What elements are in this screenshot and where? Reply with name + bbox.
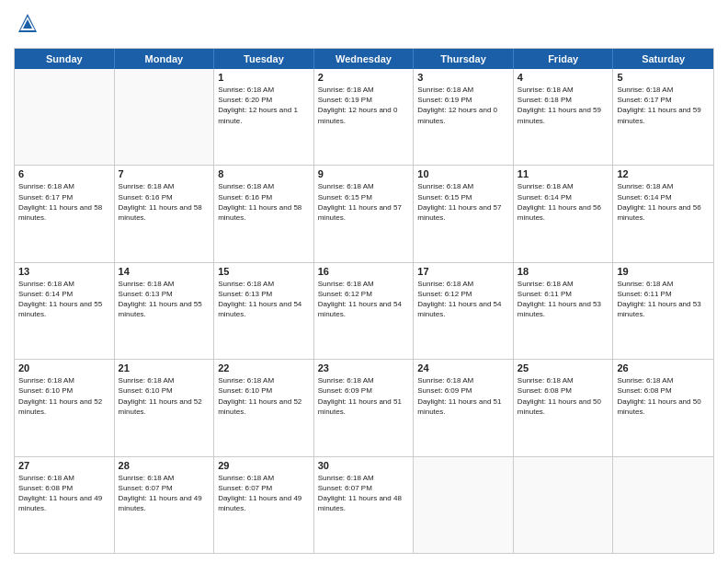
day-info: Sunrise: 6:18 AMSunset: 6:17 PMDaylight:… <box>617 85 710 126</box>
day-cell-10: 10Sunrise: 6:18 AMSunset: 6:15 PMDayligh… <box>414 166 514 261</box>
empty-cell <box>15 69 115 165</box>
day-info: Sunrise: 6:18 AMSunset: 6:16 PMDaylight:… <box>119 181 210 223</box>
day-number: 3 <box>417 72 509 83</box>
day-number: 9 <box>318 168 410 179</box>
day-cell-27: 27Sunrise: 6:18 AMSunset: 6:08 PMDayligh… <box>15 457 115 553</box>
day-cell-28: 28Sunrise: 6:18 AMSunset: 6:07 PMDayligh… <box>115 457 215 553</box>
calendar-row-4: 27Sunrise: 6:18 AMSunset: 6:08 PMDayligh… <box>15 456 713 553</box>
day-cell-12: 12Sunrise: 6:18 AMSunset: 6:14 PMDayligh… <box>613 166 713 261</box>
day-info: Sunrise: 6:18 AMSunset: 6:08 PMDaylight:… <box>518 375 609 417</box>
day-cell-23: 23Sunrise: 6:18 AMSunset: 6:09 PMDayligh… <box>314 360 415 455</box>
day-cell-8: 8Sunrise: 6:18 AMSunset: 6:16 PMDaylight… <box>214 166 314 261</box>
page-header <box>14 9 714 40</box>
day-of-week-saturday: Saturday <box>613 49 713 69</box>
day-of-week-monday: Monday <box>115 49 215 69</box>
day-of-week-wednesday: Wednesday <box>314 49 415 69</box>
day-number: 12 <box>617 168 710 179</box>
day-info: Sunrise: 6:18 AMSunset: 6:09 PMDaylight:… <box>318 375 410 417</box>
day-cell-30: 30Sunrise: 6:18 AMSunset: 6:07 PMDayligh… <box>314 457 415 553</box>
day-number: 14 <box>119 266 210 277</box>
day-info: Sunrise: 6:18 AMSunset: 6:07 PMDaylight:… <box>218 473 310 514</box>
day-number: 23 <box>318 362 410 373</box>
logo-icon <box>14 9 41 37</box>
day-cell-20: 20Sunrise: 6:18 AMSunset: 6:10 PMDayligh… <box>15 360 115 455</box>
day-cell-11: 11Sunrise: 6:18 AMSunset: 6:14 PMDayligh… <box>514 166 614 261</box>
day-info: Sunrise: 6:18 AMSunset: 6:13 PMDaylight:… <box>218 279 310 320</box>
empty-cell <box>613 457 713 553</box>
calendar-row-3: 20Sunrise: 6:18 AMSunset: 6:10 PMDayligh… <box>15 359 713 455</box>
day-cell-7: 7Sunrise: 6:18 AMSunset: 6:16 PMDaylight… <box>115 166 215 261</box>
day-of-week-friday: Friday <box>514 49 614 69</box>
day-info: Sunrise: 6:18 AMSunset: 6:11 PMDaylight:… <box>617 279 710 320</box>
day-info: Sunrise: 6:18 AMSunset: 6:07 PMDaylight:… <box>119 473 210 514</box>
day-cell-9: 9Sunrise: 6:18 AMSunset: 6:15 PMDaylight… <box>314 166 415 261</box>
day-number: 29 <box>218 460 310 471</box>
day-number: 17 <box>417 266 509 277</box>
day-number: 21 <box>119 362 210 373</box>
day-of-week-sunday: Sunday <box>15 49 115 69</box>
day-number: 27 <box>18 460 110 471</box>
day-cell-17: 17Sunrise: 6:18 AMSunset: 6:12 PMDayligh… <box>414 263 514 359</box>
day-number: 5 <box>617 72 710 83</box>
day-info: Sunrise: 6:18 AMSunset: 6:16 PMDaylight:… <box>218 181 310 223</box>
day-cell-1: 1Sunrise: 6:18 AMSunset: 6:20 PMDaylight… <box>214 69 314 165</box>
day-cell-3: 3Sunrise: 6:18 AMSunset: 6:19 PMDaylight… <box>414 69 514 165</box>
day-number: 19 <box>617 266 710 277</box>
day-cell-29: 29Sunrise: 6:18 AMSunset: 6:07 PMDayligh… <box>214 457 314 553</box>
day-of-week-thursday: Thursday <box>414 49 514 69</box>
day-info: Sunrise: 6:18 AMSunset: 6:17 PMDaylight:… <box>18 181 110 223</box>
day-info: Sunrise: 6:18 AMSunset: 6:18 PMDaylight:… <box>518 85 609 126</box>
day-info: Sunrise: 6:18 AMSunset: 6:14 PMDaylight:… <box>18 279 110 320</box>
day-info: Sunrise: 6:18 AMSunset: 6:12 PMDaylight:… <box>417 279 509 320</box>
logo <box>14 9 45 40</box>
day-number: 4 <box>518 72 609 83</box>
day-info: Sunrise: 6:18 AMSunset: 6:15 PMDaylight:… <box>318 181 410 223</box>
day-info: Sunrise: 6:18 AMSunset: 6:07 PMDaylight:… <box>318 473 410 514</box>
day-cell-6: 6Sunrise: 6:18 AMSunset: 6:17 PMDaylight… <box>15 166 115 261</box>
day-info: Sunrise: 6:18 AMSunset: 6:15 PMDaylight:… <box>417 181 509 223</box>
day-cell-2: 2Sunrise: 6:18 AMSunset: 6:19 PMDaylight… <box>314 69 415 165</box>
calendar-body: 1Sunrise: 6:18 AMSunset: 6:20 PMDaylight… <box>15 69 713 553</box>
day-number: 6 <box>18 168 110 179</box>
day-number: 28 <box>119 460 210 471</box>
calendar-row-1: 6Sunrise: 6:18 AMSunset: 6:17 PMDaylight… <box>15 165 713 261</box>
calendar-header: SundayMondayTuesdayWednesdayThursdayFrid… <box>15 49 713 69</box>
day-number: 20 <box>18 362 110 373</box>
day-info: Sunrise: 6:18 AMSunset: 6:08 PMDaylight:… <box>18 473 110 514</box>
day-number: 24 <box>417 362 509 373</box>
day-number: 18 <box>518 266 609 277</box>
day-number: 30 <box>318 460 410 471</box>
day-number: 22 <box>218 362 310 373</box>
day-info: Sunrise: 6:18 AMSunset: 6:13 PMDaylight:… <box>119 279 210 320</box>
day-cell-14: 14Sunrise: 6:18 AMSunset: 6:13 PMDayligh… <box>115 263 215 359</box>
day-info: Sunrise: 6:18 AMSunset: 6:11 PMDaylight:… <box>518 279 609 320</box>
day-cell-25: 25Sunrise: 6:18 AMSunset: 6:08 PMDayligh… <box>514 360 614 455</box>
day-info: Sunrise: 6:18 AMSunset: 6:10 PMDaylight:… <box>218 375 310 417</box>
day-cell-18: 18Sunrise: 6:18 AMSunset: 6:11 PMDayligh… <box>514 263 614 359</box>
day-of-week-tuesday: Tuesday <box>214 49 314 69</box>
day-cell-13: 13Sunrise: 6:18 AMSunset: 6:14 PMDayligh… <box>15 263 115 359</box>
day-info: Sunrise: 6:18 AMSunset: 6:12 PMDaylight:… <box>318 279 410 320</box>
day-cell-19: 19Sunrise: 6:18 AMSunset: 6:11 PMDayligh… <box>613 263 713 359</box>
empty-cell <box>514 457 614 553</box>
day-cell-22: 22Sunrise: 6:18 AMSunset: 6:10 PMDayligh… <box>214 360 314 455</box>
day-cell-26: 26Sunrise: 6:18 AMSunset: 6:08 PMDayligh… <box>613 360 713 455</box>
day-info: Sunrise: 6:18 AMSunset: 6:10 PMDaylight:… <box>119 375 210 417</box>
day-info: Sunrise: 6:18 AMSunset: 6:19 PMDaylight:… <box>318 85 410 126</box>
day-number: 13 <box>18 266 110 277</box>
day-info: Sunrise: 6:18 AMSunset: 6:10 PMDaylight:… <box>18 375 110 417</box>
day-info: Sunrise: 6:18 AMSunset: 6:20 PMDaylight:… <box>218 85 310 126</box>
day-number: 8 <box>218 168 310 179</box>
day-cell-5: 5Sunrise: 6:18 AMSunset: 6:17 PMDaylight… <box>613 69 713 165</box>
empty-cell <box>414 457 514 553</box>
day-number: 11 <box>518 168 609 179</box>
calendar: SundayMondayTuesdayWednesdayThursdayFrid… <box>14 48 714 554</box>
day-cell-21: 21Sunrise: 6:18 AMSunset: 6:10 PMDayligh… <box>115 360 215 455</box>
day-number: 1 <box>218 72 310 83</box>
day-cell-4: 4Sunrise: 6:18 AMSunset: 6:18 PMDaylight… <box>514 69 614 165</box>
calendar-row-2: 13Sunrise: 6:18 AMSunset: 6:14 PMDayligh… <box>15 262 713 359</box>
day-cell-15: 15Sunrise: 6:18 AMSunset: 6:13 PMDayligh… <box>214 263 314 359</box>
day-cell-16: 16Sunrise: 6:18 AMSunset: 6:12 PMDayligh… <box>314 263 415 359</box>
calendar-row-0: 1Sunrise: 6:18 AMSunset: 6:20 PMDaylight… <box>15 69 713 165</box>
day-number: 25 <box>518 362 609 373</box>
